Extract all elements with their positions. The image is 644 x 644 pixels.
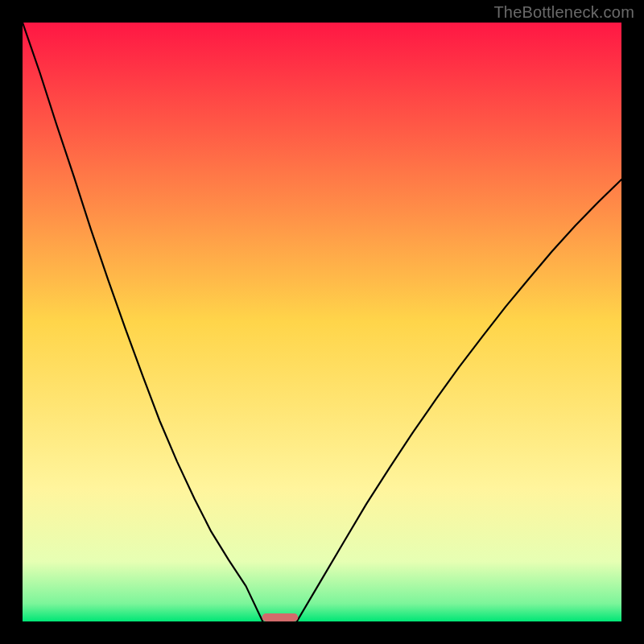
bottleneck-plot: [23, 23, 621, 621]
plot-area: [23, 23, 621, 621]
gradient-background: [23, 23, 621, 621]
optimal-balance-marker: [262, 613, 299, 621]
watermark-text: TheBottleneck.com: [493, 3, 634, 22]
chart-frame: TheBottleneck.com: [0, 0, 644, 644]
